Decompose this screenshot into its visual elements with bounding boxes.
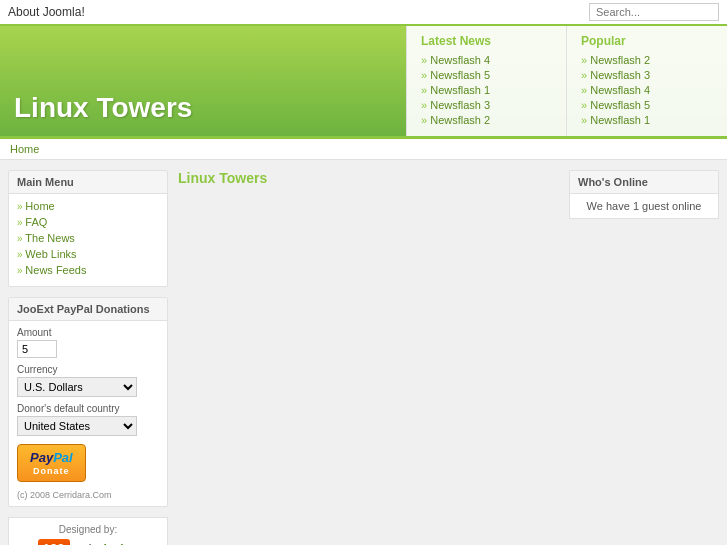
list-item[interactable]: Newsflash 4	[581, 84, 713, 96]
site-title: Linux Towers	[14, 92, 192, 124]
whos-online-title: Who's Online	[569, 170, 719, 193]
paypal-logo-text: PayPal	[30, 450, 73, 466]
top-bar: About Joomla!	[0, 0, 727, 26]
sidebar-item-faq[interactable]: FAQ	[17, 216, 159, 228]
list-item[interactable]: Newsflash 3	[581, 69, 713, 81]
sidebar-item-home[interactable]: Home	[17, 200, 159, 212]
currency-label: Currency	[17, 364, 159, 375]
sidebar-item-weblinks[interactable]: Web Links	[17, 248, 159, 260]
latest-news-title: Latest News	[421, 34, 552, 48]
popular-panel: Popular Newsflash 2 Newsflash 3 Newsflas…	[567, 26, 727, 136]
amount-label: Amount	[17, 327, 159, 338]
list-item[interactable]: Newsflash 5	[581, 99, 713, 111]
paypal-donate-label: Donate	[33, 466, 70, 477]
sidebar-item-newsfeeds[interactable]: News Feeds	[17, 264, 159, 276]
main-menu-list: Home FAQ The News Web Links News Feeds	[17, 200, 159, 276]
list-item[interactable]: Newsflash 4	[421, 54, 552, 66]
web123-badge: 123 web design	[38, 539, 138, 545]
donation-box: JooExt PayPal Donations Amount Currency …	[8, 297, 168, 507]
news-panels: Latest News Newsflash 4 Newsflash 5 News…	[406, 26, 727, 136]
latest-news-list: Newsflash 4 Newsflash 5 Newsflash 1 News…	[421, 54, 552, 126]
main-menu-content: Home FAQ The News Web Links News Feeds	[9, 194, 167, 286]
popular-list: Newsflash 2 Newsflash 3 Newsflash 4 News…	[581, 54, 713, 126]
badge-123: 123	[38, 539, 70, 545]
content-area: Linux Towers	[168, 170, 569, 545]
search-input[interactable]	[589, 3, 719, 21]
sidebar: Main Menu Home FAQ The News Web Links Ne…	[8, 170, 168, 545]
main-container: Main Menu Home FAQ The News Web Links Ne…	[0, 160, 727, 545]
popular-title: Popular	[581, 34, 713, 48]
header-area: Linux Towers Latest News Newsflash 4 New…	[0, 26, 727, 136]
main-menu-box: Main Menu Home FAQ The News Web Links Ne…	[8, 170, 168, 287]
designed-by-label: Designed by:	[17, 524, 159, 535]
paypal-button-inner: PayPal Donate	[30, 450, 73, 476]
designed-by-box: Designed by: 123 web design	[8, 517, 168, 545]
list-item[interactable]: Newsflash 2	[581, 54, 713, 66]
latest-news-panel: Latest News Newsflash 4 Newsflash 5 News…	[407, 26, 567, 136]
sidebar-item-news[interactable]: The News	[17, 232, 159, 244]
list-item[interactable]: Newsflash 1	[421, 84, 552, 96]
list-item[interactable]: Newsflash 1	[581, 114, 713, 126]
breadcrumb: Home	[0, 139, 727, 160]
list-item[interactable]: Newsflash 2	[421, 114, 552, 126]
content-title: Linux Towers	[178, 170, 559, 190]
paypal-donate-button[interactable]: PayPal Donate	[17, 444, 86, 482]
donation-title: JooExt PayPal Donations	[9, 298, 167, 321]
list-item[interactable]: Newsflash 3	[421, 99, 552, 111]
breadcrumb-home-link[interactable]: Home	[10, 143, 39, 155]
list-item[interactable]: Newsflash 5	[421, 69, 552, 81]
country-label: Donor's default country	[17, 403, 159, 414]
currency-select[interactable]: U.S. Dollars	[17, 377, 137, 397]
donation-content: Amount Currency U.S. Dollars Donor's def…	[9, 321, 167, 506]
top-bar-title: About Joomla!	[8, 5, 85, 19]
amount-input[interactable]	[17, 340, 57, 358]
whos-online-box: Who's Online We have 1 guest online	[569, 170, 719, 545]
country-select[interactable]: United States	[17, 416, 137, 436]
main-menu-title: Main Menu	[9, 171, 167, 194]
donation-copyright: (c) 2008 Cerridara.Com	[17, 490, 159, 500]
whos-online-message: We have 1 guest online	[569, 193, 719, 219]
